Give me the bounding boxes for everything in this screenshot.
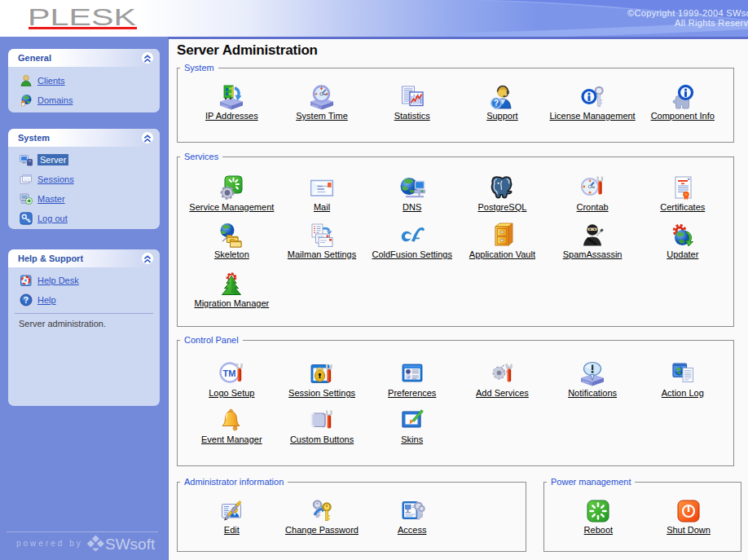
svg-text:TM: TM bbox=[223, 368, 236, 378]
svg-text:?: ? bbox=[494, 98, 499, 108]
svg-text:?: ? bbox=[24, 295, 29, 305]
svg-text:PLESK: PLESK bbox=[28, 4, 137, 27]
svg-text:SWsoft: SWsoft bbox=[105, 536, 156, 553]
